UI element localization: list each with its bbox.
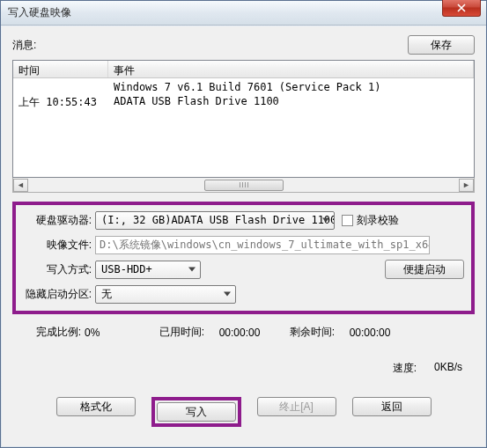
elapsed-label: 已用时间: [144, 325, 204, 340]
cell-event: Windows 7 v6.1 Build 7601 (Service Pack … [108, 80, 474, 94]
list-item[interactable]: Windows 7 v6.1 Build 7601 (Service Pack … [13, 80, 474, 94]
done-value: 0% [85, 327, 144, 339]
log-listview[interactable]: 时间 事件 Windows 7 v6.1 Build 7601 (Service… [12, 60, 475, 178]
row-drive: 硬盘驱动器: (I:, 32 GB)ADATA USB Flash Drive … [23, 210, 464, 230]
cell-time [13, 80, 108, 94]
titlebar[interactable]: 写入硬盘映像 [1, 1, 486, 26]
window-title: 写入硬盘映像 [8, 5, 71, 20]
listview-body: Windows 7 v6.1 Build 7601 (Service Pack … [13, 78, 474, 110]
elapsed-value: 00:00:00 [204, 327, 275, 339]
image-label: 映像文件: [23, 238, 95, 253]
write-button[interactable]: 写入 [157, 402, 236, 422]
remain-label: 剩余时间: [275, 325, 335, 340]
col-header-time[interactable]: 时间 [13, 61, 108, 77]
scroll-track[interactable] [28, 179, 459, 192]
drive-value: (I:, 32 GB)ADATA USB Flash Drive 1100 [101, 214, 335, 226]
write-button-highlight: 写入 [151, 397, 241, 427]
remain-value: 00:00:00 [335, 327, 405, 339]
speed-label: 速度: [393, 361, 417, 376]
drive-combobox[interactable]: (I:, 32 GB)ADATA USB Flash Drive 1100 [95, 211, 335, 230]
quick-boot-button[interactable]: 便捷启动 [385, 260, 464, 279]
row-hidden: 隐藏启动分区: 无 [23, 284, 464, 304]
log-area: 时间 事件 Windows 7 v6.1 Build 7601 (Service… [12, 60, 475, 193]
scroll-right-button[interactable]: ► [459, 179, 474, 192]
speed-value: 0KB/s [434, 361, 462, 376]
verify-checkbox[interactable] [342, 215, 353, 226]
write-method-combobox[interactable]: USB-HDD+ [95, 261, 201, 279]
row-image: 映像文件: D:\系统镜像\windows\cn_windows_7_ultim… [23, 235, 464, 254]
back-button[interactable]: 返回 [352, 397, 432, 416]
hidden-partition-combobox[interactable]: 无 [95, 285, 236, 304]
cell-time: 上午 10:55:43 [13, 94, 108, 108]
save-button[interactable]: 保存 [408, 35, 475, 55]
dialog-window: 写入硬盘映像 消息: 保存 时间 事件 Windows 7 v6.1 Build… [0, 0, 487, 448]
scroll-left-button[interactable]: ◄ [13, 179, 28, 192]
settings-group: 硬盘驱动器: (I:, 32 GB)ADATA USB Flash Drive … [12, 202, 475, 314]
verify-checkbox-wrap[interactable]: 刻录校验 [342, 213, 399, 228]
close-icon [457, 4, 466, 12]
info-label: 消息: [12, 38, 36, 53]
hidden-value: 无 [101, 287, 112, 302]
top-row: 消息: 保存 [12, 35, 475, 55]
status-row: 完成比例: 0% 已用时间: 00:00:00 剩余时间: 00:00:00 [12, 325, 475, 340]
horizontal-scrollbar[interactable]: ◄ ► [12, 178, 475, 193]
col-header-event[interactable]: 事件 [108, 61, 474, 77]
drive-label: 硬盘驱动器: [23, 213, 95, 228]
abort-button: 终止[A] [257, 397, 336, 416]
scroll-thumb[interactable] [204, 180, 284, 191]
cell-event: ADATA USB Flash Drive 1100 [108, 94, 474, 108]
verify-label: 刻录校验 [357, 213, 399, 228]
client-area: 消息: 保存 时间 事件 Windows 7 v6.1 Build 7601 (… [2, 26, 485, 446]
done-label: 完成比例: [12, 325, 85, 340]
hidden-label: 隐藏启动分区: [23, 287, 95, 302]
image-value: D:\系统镜像\windows\cn_windows_7_ultimate_wi… [100, 238, 430, 253]
format-button[interactable]: 格式化 [56, 397, 136, 416]
row-method: 写入方式: USB-HDD+ 便捷启动 [23, 260, 464, 279]
method-value: USB-HDD+ [101, 263, 152, 275]
close-button[interactable] [442, 0, 481, 17]
bottom-buttons: 格式化 写入 终止[A] 返回 [12, 397, 475, 427]
method-label: 写入方式: [23, 262, 95, 277]
list-item[interactable]: 上午 10:55:43 ADATA USB Flash Drive 1100 [13, 94, 474, 108]
listview-header: 时间 事件 [13, 61, 474, 78]
image-file-field[interactable]: D:\系统镜像\windows\cn_windows_7_ultimate_wi… [95, 236, 430, 254]
speed-row: 速度: 0KB/s [12, 361, 475, 376]
